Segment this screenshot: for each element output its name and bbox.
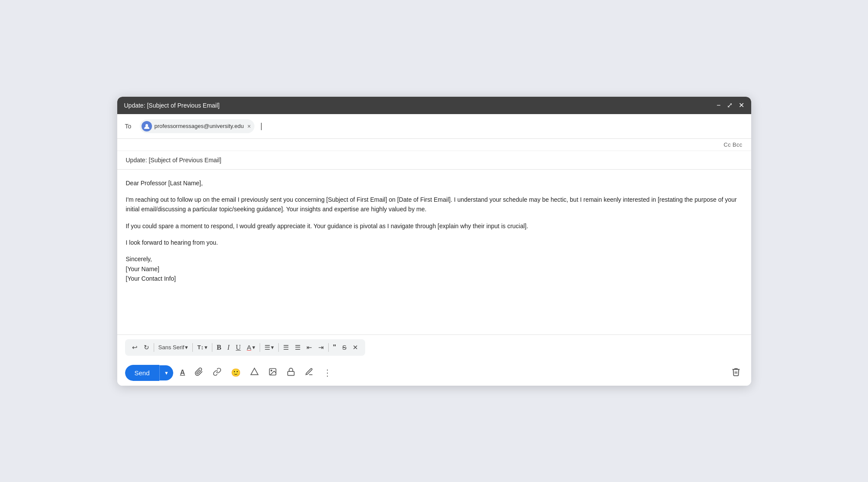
minimize-button[interactable]: − <box>716 102 720 109</box>
attach-files-button[interactable] <box>192 365 206 381</box>
numbered-list-button[interactable]: ☰ <box>281 342 291 353</box>
to-label: To <box>125 123 135 130</box>
indent-decrease-button[interactable]: ⇤ <box>304 342 315 353</box>
toolbar-divider-6 <box>328 343 329 352</box>
subject-input[interactable] <box>126 157 743 164</box>
indent-decrease-icon: ⇤ <box>307 344 312 351</box>
send-toolbar: Send ▾ A <box>117 360 751 386</box>
toolbar-divider-4 <box>260 343 260 352</box>
maximize-button[interactable]: ⤢ <box>727 102 733 109</box>
body-paragraph1: I'm reaching out to follow up on the ema… <box>126 195 743 214</box>
text-size-label: T↕ <box>197 344 203 351</box>
close-button[interactable]: ✕ <box>739 102 744 109</box>
send-button-group: Send ▾ <box>125 365 173 381</box>
drive-icon <box>250 367 259 378</box>
indent-increase-button[interactable]: ⇥ <box>316 342 327 353</box>
font-color-dropdown-icon: ▾ <box>252 344 255 351</box>
link-icon <box>213 367 221 378</box>
bold-icon: B <box>217 344 221 351</box>
align-icon: ☰ <box>264 344 270 351</box>
closing-name: [Your Name] <box>126 266 159 272</box>
quote-button[interactable]: " <box>330 342 339 353</box>
signature-button[interactable] <box>302 365 316 381</box>
trash-icon <box>731 367 741 379</box>
format-text-color-icon: A <box>180 369 185 377</box>
indent-increase-icon: ⇥ <box>318 344 324 351</box>
clear-format-icon: ✕ <box>353 344 358 351</box>
font-color-dropdown[interactable]: A ▾ <box>244 342 258 353</box>
font-color-label: A <box>247 344 251 351</box>
underline-icon: U <box>236 344 241 351</box>
recipient-email: professormessages@university.edu <box>155 123 244 129</box>
email-body-area[interactable]: Dear Professor [Last Name], I'm reaching… <box>117 170 751 334</box>
clear-format-button[interactable]: ✕ <box>350 342 361 353</box>
image-icon <box>268 367 277 378</box>
underline-button[interactable]: U <box>233 342 244 353</box>
signature-icon <box>305 367 314 378</box>
recipient-chip[interactable]: professormessages@university.edu × <box>140 119 254 133</box>
text-size-dropdown-icon: ▾ <box>205 344 208 351</box>
toolbar-area: ↩ ↻ Sans Serif ▾ T↕ ▾ B I <box>117 334 751 360</box>
svg-marker-1 <box>251 368 258 374</box>
recipient-remove-button[interactable]: × <box>247 123 251 130</box>
toolbar-divider-5 <box>278 343 279 352</box>
align-dropdown[interactable]: ☰ ▾ <box>262 342 277 353</box>
compose-body: To professormessages@university.edu × | … <box>117 114 751 386</box>
strikethrough-button[interactable]: S <box>340 342 349 353</box>
paperclip-icon <box>195 367 203 378</box>
closing-contact: [Your Contact Info] <box>126 275 176 282</box>
font-dropdown-icon: ▾ <box>185 344 188 351</box>
font-name-label: Sans Serif <box>158 344 185 351</box>
body-closing: Sincerely, [Your Name] [Your Contact Inf… <box>126 254 743 283</box>
format-text-color-button[interactable]: A <box>178 366 188 379</box>
closing-sincerely: Sincerely, <box>126 256 152 262</box>
cursor-indicator: | <box>261 121 263 131</box>
cc-bcc-row: Cc Bcc <box>117 139 751 151</box>
align-dropdown-icon: ▾ <box>271 344 274 351</box>
italic-button[interactable]: I <box>225 342 232 353</box>
lock-icon <box>287 367 295 378</box>
numbered-list-icon: ☰ <box>283 344 289 351</box>
subject-row <box>117 151 751 170</box>
font-family-dropdown[interactable]: Sans Serif ▾ <box>156 342 191 352</box>
cc-bcc-button[interactable]: Cc Bcc <box>724 141 743 148</box>
svg-point-3 <box>271 370 272 371</box>
undo-button[interactable]: ↩ <box>129 342 140 353</box>
text-size-dropdown[interactable]: T↕ ▾ <box>195 342 210 352</box>
toolbar-divider-2 <box>192 343 193 352</box>
send-left: Send ▾ A <box>125 365 335 381</box>
italic-icon: I <box>228 344 230 351</box>
send-dropdown-button[interactable]: ▾ <box>159 365 173 380</box>
formatting-toolbar: ↩ ↻ Sans Serif ▾ T↕ ▾ B I <box>125 339 366 356</box>
greeting: Dear Professor [Last Name], <box>126 178 743 188</box>
bullet-list-icon: ☰ <box>295 344 300 351</box>
compose-window: Update: [Subject of Previous Email] − ⤢ … <box>117 97 751 386</box>
emoji-button[interactable]: 🙂 <box>228 365 243 380</box>
redo-button[interactable]: ↻ <box>141 342 152 353</box>
title-bar: Update: [Subject of Previous Email] − ⤢ … <box>117 97 751 114</box>
window-controls: − ⤢ ✕ <box>716 102 744 109</box>
confidential-button[interactable] <box>284 365 298 381</box>
svg-rect-4 <box>288 371 294 375</box>
quote-icon: " <box>333 344 337 351</box>
window-title: Update: [Subject of Previous Email] <box>124 102 220 109</box>
insert-drive-button[interactable] <box>248 365 261 381</box>
send-button[interactable]: Send <box>125 365 159 381</box>
strikethrough-icon: S <box>342 344 347 351</box>
to-row: To professormessages@university.edu × | <box>117 114 751 139</box>
more-icon: ⋮ <box>323 367 332 378</box>
insert-photo-button[interactable] <box>266 365 280 381</box>
body-paragraph2: If you could spare a moment to respond, … <box>126 221 743 231</box>
toolbar-divider-1 <box>154 343 154 352</box>
insert-link-button[interactable] <box>210 365 224 381</box>
discard-button[interactable] <box>729 364 743 381</box>
emoji-icon: 🙂 <box>231 368 241 377</box>
toolbar-divider-3 <box>212 343 212 352</box>
recipient-avatar <box>142 121 152 131</box>
bold-button[interactable]: B <box>214 342 224 353</box>
person-icon <box>144 123 150 129</box>
more-options-button[interactable]: ⋮ <box>320 365 335 380</box>
send-dropdown-icon: ▾ <box>165 370 168 376</box>
body-paragraph3: I look forward to hearing from you. <box>126 238 743 247</box>
bullet-list-button[interactable]: ☰ <box>292 342 303 353</box>
